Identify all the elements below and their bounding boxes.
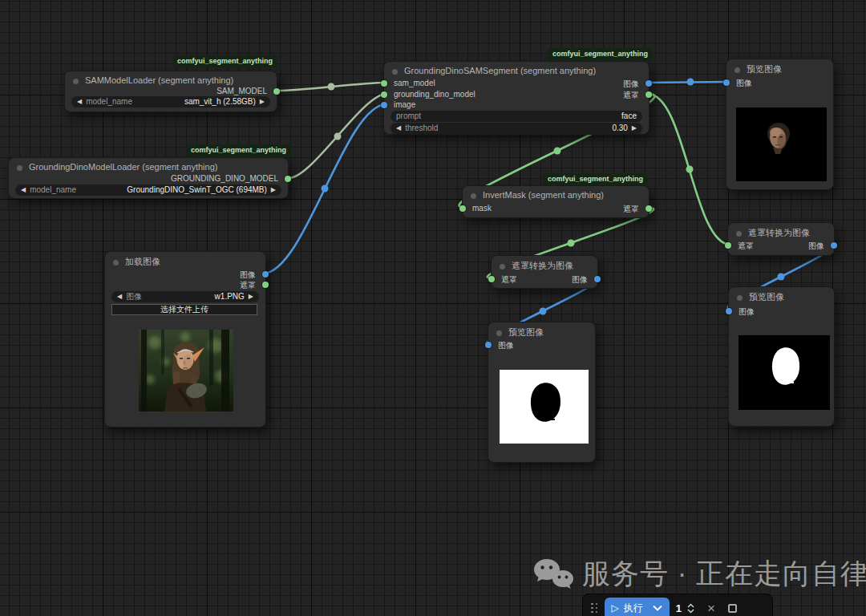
input-label: grounding_dino_model <box>394 90 475 99</box>
output-slot-image[interactable] <box>594 276 601 282</box>
collapse-dot[interactable] <box>471 193 476 199</box>
node-title: 预览图像 <box>496 326 587 338</box>
clear-queue-button[interactable]: × <box>707 602 715 615</box>
spinner-down-icon[interactable] <box>687 609 694 614</box>
spinner-up-icon[interactable] <box>687 603 694 608</box>
widget-threshold[interactable]: ◀threshold 0.30▶ <box>391 123 642 134</box>
link-midpoint-dot[interactable] <box>778 274 785 281</box>
input-slot-mask[interactable] <box>725 242 731 249</box>
node-sam-model-loader[interactable]: SAMModelLoader (segment anything) SAM_MO… <box>64 71 277 112</box>
node-preview-image-topright[interactable]: 预览图像 图像 <box>726 59 834 190</box>
node-load-image[interactable]: 加载图像 图像 遮罩 ◀图像 w1.PNG▶ 选择文件上传 <box>104 251 266 428</box>
output-slot-image[interactable] <box>831 242 837 249</box>
node-title: 加载图像 <box>113 256 257 268</box>
collapse-dot[interactable] <box>500 264 505 270</box>
prev-arrow-icon[interactable]: ◀ <box>117 291 122 302</box>
link-midpoint-dot[interactable] <box>540 308 547 315</box>
collapse-dot[interactable] <box>73 79 79 84</box>
input-slot-grounding-dino-model[interactable] <box>381 91 387 98</box>
watermark: 服务号 · 正在走向自律1 <box>532 555 853 593</box>
output-label: 图像 <box>240 270 256 281</box>
next-arrow-icon[interactable]: ▶ <box>249 291 253 302</box>
link-midpoint-dot[interactable] <box>686 166 694 173</box>
link-midpoint-dot[interactable] <box>322 185 329 192</box>
upload-file-button[interactable]: 选择文件上传 <box>111 304 257 315</box>
execution-toolbar[interactable]: ▷ 执行 1 × <box>582 594 773 616</box>
drag-handle-icon[interactable] <box>591 603 598 614</box>
node-preview-image-center[interactable]: 预览图像 图像 <box>488 322 596 463</box>
input-label: 图像 <box>736 78 752 89</box>
comfyui-graph-canvas[interactable]: comfyui_segment_anything comfyui_segment… <box>0 0 866 616</box>
output-slot-sam-model[interactable] <box>273 88 280 95</box>
input-label: 遮罩 <box>738 241 754 252</box>
loaded-image-preview <box>139 330 233 411</box>
output-label: 图像 <box>623 79 639 90</box>
node-title: GroundingDinoModelLoader (segment anythi… <box>17 162 280 172</box>
input-slot-sam-model[interactable] <box>381 80 387 87</box>
output-label: 图像 <box>572 274 588 286</box>
stop-button[interactable] <box>728 604 737 613</box>
node-grounding-dino-sam-segment[interactable]: GroundingDinoSAMSegment (segment anythin… <box>383 61 650 135</box>
link-midpoint-dot[interactable] <box>334 133 342 140</box>
output-label: 遮罩 <box>623 204 639 215</box>
prev-arrow-icon[interactable]: ◀ <box>21 184 26 196</box>
input-label: 图像 <box>498 340 514 351</box>
input-label: 遮罩 <box>501 274 517 286</box>
close-icon: × <box>707 601 715 616</box>
node-title: 遮罩转换为图像 <box>500 260 589 272</box>
output-slot-image[interactable] <box>645 80 652 87</box>
input-label: mask <box>472 204 492 213</box>
prev-arrow-icon[interactable]: ◀ <box>77 96 82 107</box>
link-midpoint-dot[interactable] <box>568 240 575 247</box>
input-label: sam_model <box>394 79 435 87</box>
play-icon: ▷ <box>612 602 619 614</box>
collapse-dot[interactable] <box>734 67 740 73</box>
output-slot-grounding-dino-model[interactable] <box>285 176 291 182</box>
output-slot-image[interactable] <box>262 271 269 278</box>
next-arrow-icon[interactable]: ▶ <box>271 184 276 196</box>
output-slot-mask[interactable] <box>645 205 652 212</box>
output-slot-mask[interactable] <box>262 282 269 288</box>
node-title: 预览图像 <box>734 63 825 75</box>
output-label: 遮罩 <box>623 90 639 101</box>
collapse-dot[interactable] <box>496 330 502 336</box>
node-mask-to-image-right[interactable]: 遮罩转换为图像 遮罩 图像 <box>727 222 835 256</box>
output-label: 遮罩 <box>240 280 256 291</box>
input-slot-image[interactable] <box>381 102 387 108</box>
node-preview-image-right[interactable]: 预览图像 图像 <box>728 286 835 427</box>
collapse-dot[interactable] <box>737 295 743 301</box>
link-midpoint-dot[interactable] <box>328 83 335 91</box>
node-title: 遮罩转换为图像 <box>736 227 826 239</box>
widget-model-name[interactable]: ◀model_name sam_vit_h (2.58GB)▶ <box>71 96 270 107</box>
collapse-dot[interactable] <box>736 231 742 237</box>
prev-arrow-icon[interactable]: ◀ <box>396 123 401 134</box>
plugin-badge: comfyui_segment_anything <box>186 144 291 156</box>
input-slot-image[interactable] <box>723 79 730 86</box>
watermark-text: 服务号 · 正在走向自律1 <box>582 555 866 593</box>
input-slot-image[interactable] <box>726 308 732 314</box>
input-slot-mask[interactable] <box>459 205 466 212</box>
wechat-icon <box>532 557 574 591</box>
next-arrow-icon[interactable]: ▶ <box>260 96 265 107</box>
node-invert-mask[interactable]: InvertMask (segment anything) mask 遮罩 <box>462 185 650 218</box>
collapse-dot[interactable] <box>113 260 119 265</box>
node-mask-to-image-center[interactable]: 遮罩转换为图像 遮罩 图像 <box>491 255 598 289</box>
link-midpoint-dot[interactable] <box>554 148 561 155</box>
input-slot-mask[interactable] <box>488 276 495 282</box>
collapse-dot[interactable] <box>17 165 22 171</box>
batch-count-stepper[interactable]: 1 <box>676 602 694 614</box>
output-label: GROUNDING_DINO_MODEL <box>171 174 278 183</box>
widget-image-file[interactable]: ◀图像 w1.PNG▶ <box>111 291 259 302</box>
next-arrow-icon[interactable]: ▶ <box>632 123 637 134</box>
input-slot-image[interactable] <box>485 342 492 348</box>
collapse-dot[interactable] <box>392 69 398 75</box>
chevron-down-icon[interactable] <box>653 605 662 611</box>
widget-model-name[interactable]: ◀model_name GroundingDINO_SwinT_OGC (694… <box>15 184 281 196</box>
widget-prompt[interactable]: prompt face <box>391 111 642 122</box>
node-grounding-dino-loader[interactable]: GroundingDinoModelLoader (segment anythi… <box>8 157 289 199</box>
segmented-face-preview <box>736 107 827 181</box>
link-midpoint-dot[interactable] <box>687 79 694 86</box>
run-button[interactable]: ▷ 执行 <box>605 598 670 616</box>
output-label: SAM_MODEL <box>216 87 267 95</box>
output-slot-mask[interactable] <box>645 91 652 98</box>
